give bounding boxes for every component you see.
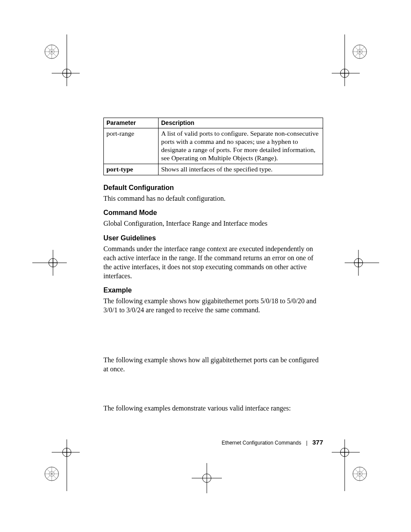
svg-line-54 xyxy=(355,469,364,479)
svg-point-37 xyxy=(62,448,71,457)
svg-line-9 xyxy=(47,47,56,56)
crop-mark-top-left xyxy=(28,34,80,86)
svg-line-55 xyxy=(355,469,364,479)
cell-parameter: port-type xyxy=(104,164,159,175)
cell-description: Shows all interfaces of the specified ty… xyxy=(159,164,323,175)
footer-chapter: Ethernet Configuration Commands xyxy=(221,440,301,446)
table-row: port-rangeA list of valid ports to confi… xyxy=(104,128,323,164)
body-user-guidelines: Commands under the interface range conte… xyxy=(103,245,323,280)
crop-mark-top-right xyxy=(332,34,383,86)
body-example-1: The following example shows how gigabite… xyxy=(103,297,323,315)
svg-point-48 xyxy=(340,448,349,457)
parameter-table: Parameter Description port-rangeA list o… xyxy=(103,118,323,175)
svg-line-20 xyxy=(355,47,364,56)
svg-point-34 xyxy=(202,474,211,482)
svg-point-2 xyxy=(62,69,71,78)
page-content: Parameter Description port-rangeA list o… xyxy=(103,118,323,417)
svg-point-29 xyxy=(354,258,363,267)
cell-description: A list of valid ports to configure. Sepa… xyxy=(159,128,323,164)
heading-default-configuration: Default Configuration xyxy=(103,184,323,192)
svg-line-8 xyxy=(47,47,56,56)
page-footer: Ethernet Configuration Commands | 377 xyxy=(103,439,323,446)
body-example-2: The following example shows how all giga… xyxy=(103,356,323,374)
footer-page-number: 377 xyxy=(312,439,323,446)
svg-line-19 xyxy=(355,47,364,56)
crop-mark-mid-right xyxy=(345,250,379,284)
crop-mark-bottom-left xyxy=(28,439,80,491)
heading-command-mode: Command Mode xyxy=(103,209,323,217)
svg-point-10 xyxy=(49,49,54,54)
svg-line-43 xyxy=(47,469,56,479)
svg-point-45 xyxy=(49,471,54,476)
svg-point-5 xyxy=(45,45,59,59)
body-example-3: The following examples demonstrate vario… xyxy=(103,404,323,413)
body-default-configuration: This command has no default configuratio… xyxy=(103,194,323,203)
svg-point-21 xyxy=(357,49,362,54)
heading-example: Example xyxy=(103,286,323,294)
svg-point-40 xyxy=(45,467,59,481)
crop-mark-mid-left xyxy=(32,250,67,284)
header-parameter: Parameter xyxy=(104,118,159,128)
body-command-mode: Global Configuration, Interface Range an… xyxy=(103,219,323,228)
svg-line-44 xyxy=(47,469,56,479)
svg-point-24 xyxy=(49,258,57,267)
crop-mark-bottom-right xyxy=(332,439,383,491)
header-description: Description xyxy=(159,118,323,128)
heading-user-guidelines: User Guidelines xyxy=(103,234,323,242)
svg-point-51 xyxy=(353,467,367,481)
cell-parameter: port-range xyxy=(104,128,159,164)
svg-point-13 xyxy=(340,69,349,78)
svg-point-16 xyxy=(353,45,367,59)
crop-mark-bottom-center xyxy=(192,463,222,493)
svg-point-56 xyxy=(357,471,362,476)
table-row: port-typeShows all interfaces of the spe… xyxy=(104,164,323,175)
footer-separator: | xyxy=(306,440,308,446)
table-header-row: Parameter Description xyxy=(104,118,323,128)
